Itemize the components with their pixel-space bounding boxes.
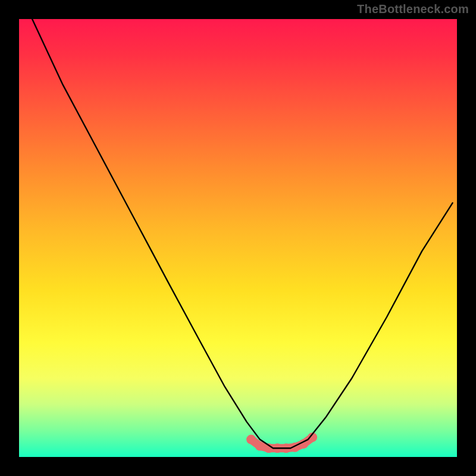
plot-svg — [19, 19, 457, 457]
marker-dot — [255, 441, 265, 451]
chart-frame: TheBottleneck.com — [0, 0, 476, 476]
marker-dot — [246, 435, 256, 444]
watermark-text: TheBottleneck.com — [357, 2, 469, 16]
black-curve — [32, 19, 453, 448]
plot-area — [19, 19, 457, 457]
